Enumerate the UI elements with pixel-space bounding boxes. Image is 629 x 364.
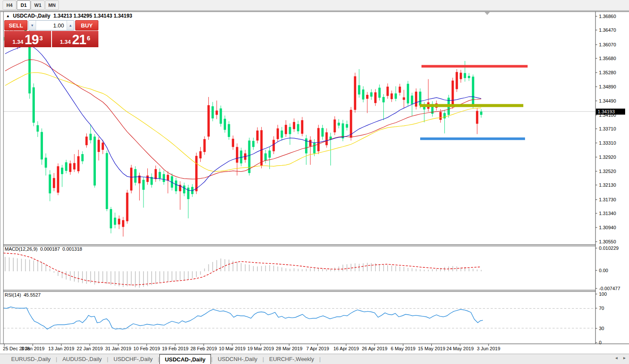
price-axis-label: 1.35280 [599,70,616,75]
price-axis-label: 1.35680 [599,56,616,61]
candle-body [89,134,92,140]
buy-button[interactable]: BUY [75,20,98,30]
chart-tab-usdcnhdaily[interactable]: USDCNH-,Daily [213,354,263,364]
candle-body [346,124,348,127]
candle-body [277,128,279,139]
candle-body [94,136,96,185]
tab-separator: | [319,354,321,364]
candle-body [419,91,421,105]
bid-prefix: 1.34 [12,38,23,46]
timeframe-button-d1[interactable]: D1 [17,0,31,10]
candle-body [297,124,299,131]
candle-body [455,72,458,89]
chart-tab-usdchfdaily[interactable]: USDCHF-,Daily [108,354,158,364]
candle-body [208,105,210,136]
timeframe-button-w1[interactable]: W1 [31,0,45,10]
candle-body [53,178,55,188]
chart-tab-eurchfweekly[interactable]: EURCHF-,Weekly [264,354,320,364]
candle-body [77,156,79,171]
volume-input[interactable]: 1.00 [36,21,67,30]
candle-body [354,76,356,110]
price-axis-label: 1.32520 [599,169,616,174]
candle-body [122,220,124,227]
candle-body [216,111,218,115]
candle-body [407,84,409,103]
candle-body [106,153,108,209]
candle-body [325,132,327,145]
candle-body [98,140,100,152]
candle-body [57,166,59,193]
candle-body [118,219,120,224]
candle-body [260,130,263,165]
bid-price-box[interactable]: 1.34 19 3 [4,31,51,47]
candle-body [175,181,177,191]
candle-body [313,143,315,153]
candle-body [285,125,287,134]
candle-body [272,140,275,152]
sell-button[interactable]: SELL [4,20,27,30]
resistance-band[interactable] [421,65,528,67]
candle-body [203,139,205,152]
price-axis-label: 1.36470 [599,27,616,33]
date-axis-label: 19 Mar 2019 [247,346,274,351]
support-band[interactable] [420,137,525,140]
price-axis-label: 1.36070 [599,42,616,47]
candle-body [468,76,470,78]
macd-axis-label: 0.00 [599,268,608,273]
candle-body [452,81,454,106]
candle-body [73,163,75,170]
rsi-axis-label: 100 [599,291,607,297]
candle-body [370,92,373,97]
price-axis-label: 1.31730 [599,197,616,202]
candle-body [269,151,271,158]
rsi-axis-label: 30 [599,326,604,331]
collapse-panel-icon[interactable]: ▲ [6,14,10,18]
current-price-tag: 1.34193 [596,109,625,115]
volume-increase-icon[interactable]: ▲ [67,21,74,30]
tab-scroll-left-icon[interactable]: ◄ [614,356,618,360]
candle-body [85,136,88,145]
candle-body [211,106,214,118]
date-axis-label: 26 Apr 2019 [362,346,387,351]
candle-body [403,97,405,100]
candle-body [130,168,132,191]
price-axis-label: 1.30940 [599,225,616,230]
timeframe-button-h4[interactable]: H4 [3,0,16,10]
candle-body [366,95,368,99]
chart-canvas[interactable]: 1.368601.364701.360701.356801.352801.348… [0,0,629,364]
candle-body [309,140,311,146]
volume-decrease-icon[interactable]: ▼ [29,21,36,30]
candle-body [338,123,340,126]
ask-price-box[interactable]: 1.34 21 6 [52,31,99,47]
candle-body [317,128,319,151]
macd-signal-value: 0.001318 [62,246,82,252]
chart-symbol-label: USDCAD-,Daily [13,13,50,19]
pivot-band[interactable] [420,104,523,107]
candle-body [342,123,344,138]
chart-tab-audusddaily[interactable]: AUDUSD-,Daily [57,354,107,364]
candle-body [232,139,234,147]
date-axis-label: 10 Mar 2019 [219,346,246,351]
candle-body [228,124,230,137]
candle-body [350,110,352,138]
candle-body [472,77,474,106]
date-axis-label: 24 May 2019 [446,346,474,351]
date-axis-label: 22 Jan 2019 [77,346,103,351]
timeframe-button-mn[interactable]: MN [45,0,59,10]
chart-tab-usdcaddaily[interactable]: USDCAD-,Daily [159,354,211,364]
date-axis-label: 28 Mar 2019 [276,346,302,351]
date-axis-label: 16 Apr 2019 [333,346,359,351]
tab-scroll-right-icon[interactable]: ► [623,356,626,360]
chart-tab-eurusddaily[interactable]: EURUSD-,Daily [6,354,56,364]
candle-body [163,174,165,182]
price-axis-label: 1.32130 [599,182,616,188]
rsi-axis-label: 70 [599,306,604,311]
candle-body [240,151,242,164]
candle-body [386,87,388,96]
candle-body [382,97,385,102]
candle-body [199,151,202,158]
candle-body [399,87,401,93]
candle-body [155,169,157,179]
price-axis-label: 1.33310 [599,140,616,146]
candle-body [102,143,104,150]
